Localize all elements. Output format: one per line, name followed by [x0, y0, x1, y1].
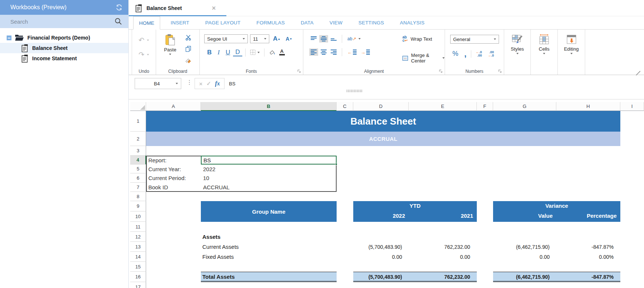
cell-info-label[interactable]: Current Period:	[148, 173, 201, 183]
cell-ytd-2022[interactable]: 0.00	[353, 252, 406, 262]
ribbon-tab-home[interactable]: HOME	[133, 16, 160, 30]
tab-balance-sheet[interactable]: Balance Sheet ×	[132, 2, 219, 14]
ribbon-tab-formulas[interactable]: FORMULAS	[251, 16, 290, 29]
increase-indent-button[interactable]: →	[359, 48, 371, 56]
cell-variance-percentage[interactable]: -847.87%	[556, 242, 617, 252]
align-right-button[interactable]	[329, 48, 338, 56]
comma-style-button[interactable]: ,	[463, 51, 468, 57]
italic-button[interactable]: I	[215, 48, 223, 57]
decrease-decimal-button[interactable]: ←.0.00	[474, 50, 483, 58]
header-variance-block[interactable]: Variance Value Percentage	[493, 201, 620, 222]
fill-color-button[interactable]	[267, 48, 277, 57]
ribbon-tab-analysis[interactable]: ANALYSIS	[394, 16, 430, 29]
align-bottom-button[interactable]	[329, 35, 338, 43]
cell-info-value[interactable]: ACCRUAL	[203, 183, 277, 192]
align-center-button[interactable]	[319, 48, 328, 56]
bold-button[interactable]: B	[205, 48, 214, 57]
search-icon[interactable]	[114, 17, 122, 26]
cell-variance-value[interactable]: (6,462,715.90)	[493, 242, 553, 252]
orientation-button[interactable]: ab ↗	[346, 35, 362, 43]
column-header-E[interactable]: E	[409, 102, 477, 111]
cell-section-assets[interactable]: Assets	[202, 232, 313, 242]
editing-button[interactable]: Editing	[559, 32, 583, 54]
align-top-button[interactable]	[309, 35, 318, 43]
number-format-select[interactable]: General	[450, 35, 499, 44]
row-header-16[interactable]: 16	[130, 272, 146, 282]
row-header-9[interactable]: 9	[130, 201, 146, 211]
cell-variance-value[interactable]: 0.00	[493, 252, 553, 262]
formula-bar-resize-grip[interactable]	[346, 89, 363, 93]
tree-item-income-statement[interactable]: Income Statement	[0, 53, 128, 64]
alignment-dialog-launcher-icon[interactable]	[439, 70, 443, 73]
row-header-4[interactable]: 4	[130, 156, 146, 165]
row-header-15[interactable]: 15	[130, 262, 146, 272]
row-header-2[interactable]: 2	[130, 132, 146, 146]
cell-info-label[interactable]: Current Year:	[148, 165, 201, 173]
cell-report-title[interactable]: Balance Sheet	[146, 111, 620, 132]
cancel-entry-button[interactable]: ×	[199, 81, 202, 87]
borders-button[interactable]	[249, 48, 261, 56]
search-bar[interactable]: Search	[0, 15, 128, 28]
column-header-C[interactable]: C	[337, 102, 353, 111]
cell-total-variance-value[interactable]: (6,462,715.90)	[493, 272, 553, 282]
ribbon-tab-view[interactable]: VIEW	[324, 16, 348, 29]
refresh-icon[interactable]	[115, 3, 123, 11]
ribbon-tab-data[interactable]: DATA	[295, 16, 319, 29]
format-painter-button[interactable]	[183, 56, 193, 65]
cells-button[interactable]: Cells	[532, 32, 556, 54]
formula-bar-options-icon[interactable]: ⋮	[186, 79, 192, 86]
cell-row-name[interactable]: Current Assets	[201, 242, 312, 252]
percent-style-button[interactable]: %	[451, 49, 460, 59]
cell-info-label[interactable]: Report:	[148, 156, 201, 165]
row-header-11[interactable]: 11	[130, 222, 146, 232]
ribbon-resize-handle-icon[interactable]	[636, 71, 640, 75]
row-header-12[interactable]: 12	[130, 232, 146, 242]
undo-button[interactable]: ↶	[137, 35, 151, 45]
wrap-text-button[interactable]: abc↩ Wrap Text	[402, 35, 432, 42]
ribbon-tab-settings[interactable]: SETTINGS	[353, 16, 390, 29]
cell-total-ytd-2021[interactable]: 762,232.00	[409, 272, 474, 282]
increase-decimal-button[interactable]: .00→.0	[486, 50, 496, 58]
tree-item-balance-sheet[interactable]: Balance Sheet	[0, 43, 128, 53]
merge-center-button[interactable]: ↔ Merge & Center	[402, 52, 445, 64]
cell-variance-percentage[interactable]: 0.00%	[556, 252, 617, 262]
styles-button[interactable]: Styles	[506, 32, 529, 54]
cell-ytd-2021[interactable]: 762,232.00	[409, 242, 474, 252]
column-header-H[interactable]: H	[556, 102, 620, 111]
cell-report-subtitle[interactable]: ACCRUAL	[146, 132, 620, 146]
shrink-font-button[interactable]: A▼	[284, 35, 294, 43]
underline-button[interactable]: U	[223, 48, 232, 57]
fill-handle[interactable]	[335, 163, 337, 165]
insert-function-button[interactable]: fx	[215, 80, 220, 87]
font-name-select[interactable]: Segoe UI	[204, 34, 248, 43]
copy-button[interactable]	[183, 45, 193, 53]
row-header-8[interactable]: 8	[130, 192, 146, 201]
select-all-corner[interactable]	[130, 102, 146, 111]
column-header-I[interactable]: I	[620, 102, 644, 111]
row-header-7[interactable]: 7	[130, 183, 146, 192]
row-header-13[interactable]: 13	[130, 242, 146, 252]
grow-font-button[interactable]: A▲	[272, 34, 282, 44]
align-middle-button[interactable]	[319, 35, 328, 43]
cell-info-label[interactable]: Book ID	[148, 183, 201, 192]
column-header-F[interactable]: F	[477, 102, 493, 111]
font-size-select[interactable]: 11	[250, 34, 269, 43]
collapse-icon[interactable]	[7, 35, 11, 40]
cell-total-ytd-2022[interactable]: (5,700,483.90)	[353, 272, 406, 282]
row-header-17[interactable]: 17	[130, 282, 146, 288]
cell-ytd-2022[interactable]: (5,700,483.90)	[353, 242, 406, 252]
numbers-dialog-launcher-icon[interactable]	[498, 70, 502, 73]
row-header-1[interactable]: 1	[130, 111, 146, 132]
paste-button[interactable]: Paste	[161, 32, 180, 65]
decrease-indent-button[interactable]: ←	[346, 48, 358, 56]
name-box[interactable]: B4	[135, 78, 181, 89]
column-header-A[interactable]: A	[146, 102, 201, 111]
selected-cell-b4[interactable]: BS	[201, 156, 337, 165]
search-input[interactable]: Search	[10, 18, 114, 25]
redo-button[interactable]: ↷	[137, 50, 151, 59]
header-ytd-block[interactable]: YTD 2022 2021	[353, 201, 477, 222]
formula-input[interactable]: BS	[226, 78, 644, 89]
ribbon-tab-insert[interactable]: INSERT	[165, 16, 195, 29]
ribbon-tab-page-layout[interactable]: PAGE LAYOUT	[200, 16, 246, 29]
align-left-button[interactable]	[309, 48, 318, 56]
